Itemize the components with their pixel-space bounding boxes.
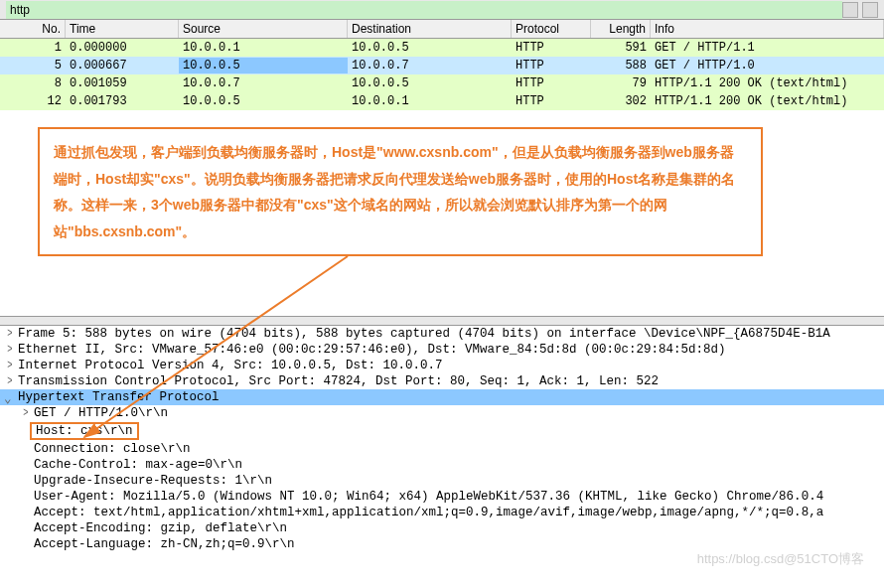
- packet-row[interactable]: 50.00066710.0.0.510.0.0.7HTTP588GET / HT…: [0, 57, 884, 74]
- packet-list-header: No. Time Source Destination Protocol Len…: [0, 20, 884, 39]
- annotation-text: 通过抓包发现，客户端到负载均衡服务器时，Host是"www.cxsnb.com"…: [54, 144, 735, 239]
- clear-filter-icon[interactable]: [842, 2, 858, 18]
- col-header-dest[interactable]: Destination: [348, 20, 512, 38]
- packet-row[interactable]: 120.00179310.0.0.510.0.0.1HTTP302HTTP/1.…: [0, 92, 884, 110]
- detail-tcp[interactable]: Transmission Control Protocol, Src Port:…: [0, 373, 884, 389]
- col-header-proto[interactable]: Protocol: [512, 20, 591, 38]
- detail-http-accept[interactable]: Accept: text/html,application/xhtml+xml,…: [0, 505, 884, 520]
- detail-http-upgrade[interactable]: Upgrade-Insecure-Requests: 1\r\n: [0, 473, 884, 489]
- pane-divider[interactable]: [0, 316, 884, 326]
- packet-row[interactable]: 80.00105910.0.0.710.0.0.5HTTP79HTTP/1.1 …: [0, 74, 884, 92]
- detail-http-cache[interactable]: Cache-Control: max-age=0\r\n: [0, 457, 884, 473]
- toolbar-buttons: [842, 2, 878, 18]
- filter-toolbar: [0, 0, 884, 20]
- detail-http-useragent[interactable]: User-Agent: Mozilla/5.0 (Windows NT 10.0…: [0, 489, 884, 505]
- col-header-time[interactable]: Time: [66, 20, 179, 38]
- detail-ethernet[interactable]: Ethernet II, Src: VMware_57:46:e0 (00:0c…: [0, 342, 884, 358]
- apply-filter-icon[interactable]: [862, 2, 878, 18]
- col-header-source[interactable]: Source: [179, 20, 348, 38]
- col-header-len[interactable]: Length: [591, 20, 651, 38]
- display-filter-input[interactable]: [6, 1, 842, 19]
- col-header-no[interactable]: No.: [0, 20, 66, 38]
- detail-http[interactable]: Hypertext Transfer Protocol: [0, 389, 884, 405]
- detail-http-accenc[interactable]: Accept-Encoding: gzip, deflate\r\n: [0, 520, 884, 536]
- detail-http-get[interactable]: GET / HTTP/1.0\r\n: [0, 405, 884, 421]
- detail-http-host[interactable]: Host: cxs\r\n: [0, 421, 884, 441]
- detail-http-connection[interactable]: Connection: close\r\n: [0, 441, 884, 457]
- col-header-info[interactable]: Info: [651, 20, 884, 38]
- packet-details-pane: Frame 5: 588 bytes on wire (4704 bits), …: [0, 326, 884, 588]
- annotation-callout: 通过抓包发现，客户端到负载均衡服务器时，Host是"www.cxsnb.com"…: [38, 127, 763, 256]
- host-highlight-box: Host: cxs\r\n: [30, 422, 139, 440]
- packet-row[interactable]: 10.00000010.0.0.110.0.0.5HTTP591GET / HT…: [0, 39, 884, 57]
- detail-http-acclang[interactable]: Accept-Language: zh-CN,zh;q=0.9\r\n: [0, 536, 884, 552]
- detail-frame[interactable]: Frame 5: 588 bytes on wire (4704 bits), …: [0, 326, 884, 342]
- detail-ip[interactable]: Internet Protocol Version 4, Src: 10.0.0…: [0, 358, 884, 373]
- packet-list-pane: No. Time Source Destination Protocol Len…: [0, 20, 884, 110]
